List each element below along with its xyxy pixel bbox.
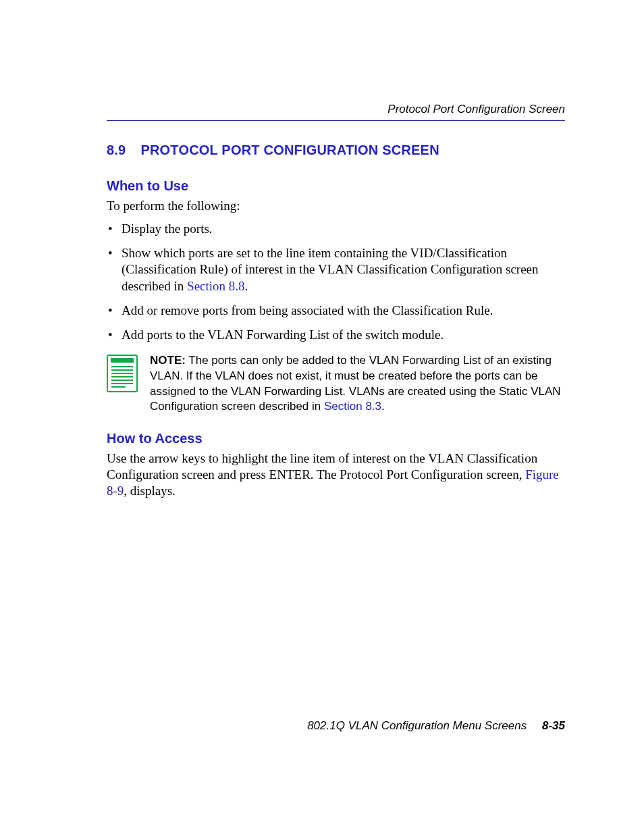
footer-text: 802.1Q VLAN Configuration Menu Screens [307,719,527,732]
section-number: 8.9 [107,142,126,158]
note-label: NOTE: [150,354,186,367]
how-to-access-paragraph: Use the arrow keys to highlight the line… [107,450,565,498]
page-footer: 802.1Q VLAN Configuration Menu Screens 8… [307,719,565,733]
list-item-text: Show which ports are set to the line ite… [122,246,539,293]
list-item: Show which ports are set to the line ite… [107,245,565,294]
document-page: Protocol Port Configuration Screen 8.9PR… [0,0,644,834]
list-item: Add or remove ports from being associate… [107,303,565,319]
section-title: PROTOCOL PORT CONFIGURATION SCREEN [140,142,439,157]
list-item: Display the ports. [107,221,565,237]
subheading-how-to-access: How to Access [107,431,565,446]
intro-paragraph: To perform the following: [107,198,565,214]
paragraph-text: Use the arrow keys to highlight the line… [107,451,537,481]
svg-rect-1 [111,358,134,363]
note-body: . [381,400,385,413]
note-icon [107,355,138,395]
running-head: Protocol Port Configuration Screen [107,103,565,116]
header-rule [107,120,565,121]
cross-ref-link[interactable]: Section 8.8 [187,279,245,293]
list-item-text: . [245,279,248,293]
cross-ref-link[interactable]: Section 8.3 [324,400,381,413]
section-heading: 8.9PROTOCOL PORT CONFIGURATION SCREEN [107,142,565,158]
note-box: NOTE: The ports can only be added to the… [107,353,565,415]
page-number: 8-35 [542,719,565,732]
subheading-when-to-use: When to Use [107,178,565,194]
paragraph-text: , displays. [124,484,176,498]
list-item: Add ports to the VLAN Forwarding List of… [107,327,565,343]
bullet-list: Display the ports. Show which ports are … [107,221,565,344]
note-text: NOTE: The ports can only be added to the… [150,353,565,415]
